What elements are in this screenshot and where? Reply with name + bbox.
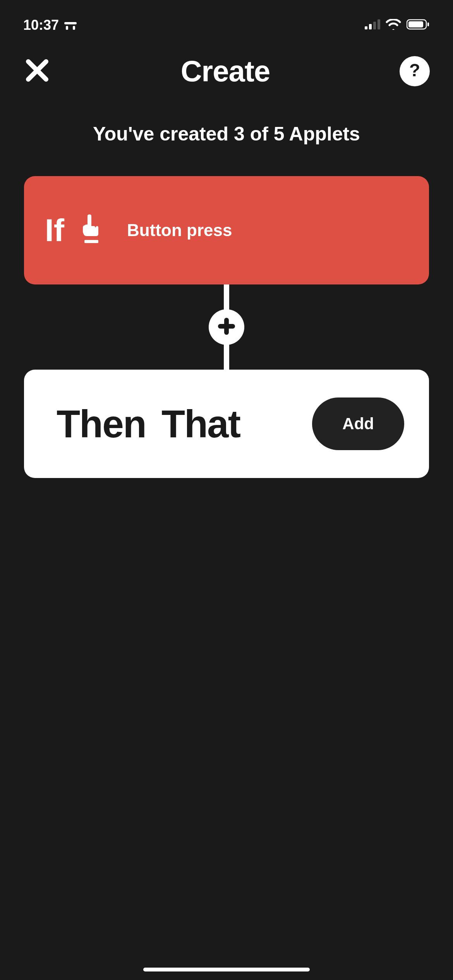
svg-rect-5 xyxy=(373,22,376,29)
svg-rect-6 xyxy=(378,19,380,29)
page-title: Create xyxy=(181,54,270,88)
help-button[interactable]: ? xyxy=(400,56,430,86)
svg-rect-4 xyxy=(369,24,372,29)
then-action-card[interactable]: Then That Add xyxy=(24,370,429,478)
sleep-icon xyxy=(63,17,77,33)
that-word: That xyxy=(161,402,240,446)
svg-rect-1 xyxy=(66,26,68,30)
flow-connector xyxy=(24,284,429,370)
trigger-name: Button press xyxy=(127,221,232,240)
status-left: 10:37 xyxy=(23,17,77,33)
flow-container: If Button press Then That Add xyxy=(0,176,453,478)
status-bar: 10:37 xyxy=(0,0,453,43)
status-time: 10:37 xyxy=(23,17,59,33)
nav-bar: Create ? xyxy=(0,43,453,107)
add-action-button[interactable]: Add xyxy=(312,397,404,450)
close-button[interactable] xyxy=(23,57,51,85)
battery-icon xyxy=(407,19,430,31)
button-press-icon xyxy=(80,214,103,246)
then-that-text: Then That xyxy=(57,402,240,446)
svg-rect-13 xyxy=(84,240,98,243)
if-trigger-card[interactable]: If Button press xyxy=(24,176,429,284)
svg-rect-0 xyxy=(64,22,77,24)
then-word: Then xyxy=(57,402,146,446)
svg-rect-9 xyxy=(427,22,429,26)
svg-rect-2 xyxy=(73,26,75,30)
home-indicator[interactable] xyxy=(143,968,310,971)
if-label: If xyxy=(45,212,64,248)
applet-count-text: You've created 3 of 5 Applets xyxy=(0,107,453,176)
add-step-button[interactable] xyxy=(209,309,244,345)
svg-rect-3 xyxy=(365,26,367,29)
svg-text:?: ? xyxy=(409,61,420,80)
svg-rect-8 xyxy=(408,21,423,27)
close-icon xyxy=(25,58,49,84)
plus-icon xyxy=(217,317,236,337)
wifi-icon xyxy=(386,19,401,31)
cellular-icon xyxy=(365,19,380,31)
help-icon: ? xyxy=(408,61,422,82)
status-right xyxy=(365,19,430,31)
